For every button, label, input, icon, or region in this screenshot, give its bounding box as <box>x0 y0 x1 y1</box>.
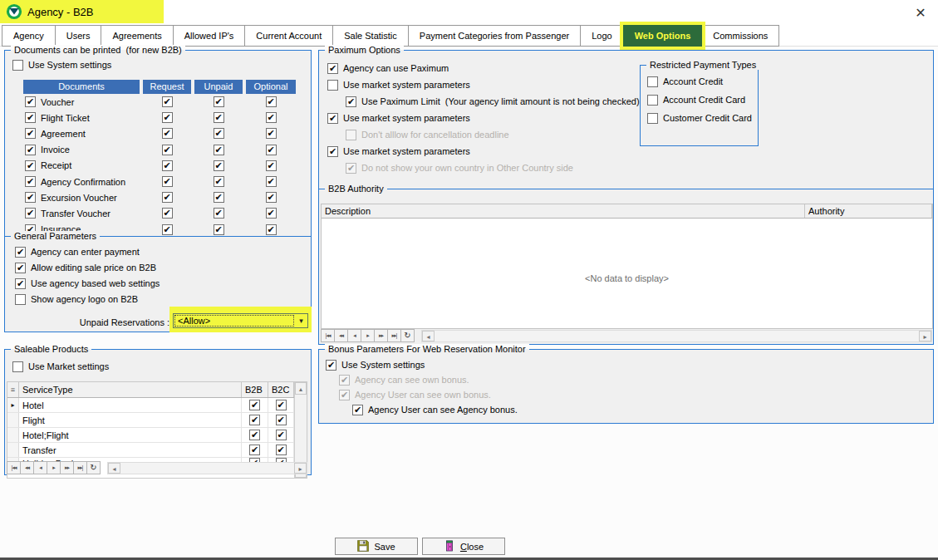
checkbox-agency-user-can-see-agency-bonus[interactable]: Agency User can see Agency bonus. <box>352 404 518 415</box>
checkbox-use-system-settings[interactable]: Use System settings <box>12 59 111 71</box>
checkbox-allow-editing-sale-price-on-b2b[interactable]: Allow editing sale price on B2B <box>15 262 160 273</box>
tab-web-options[interactable]: Web Options <box>623 25 703 47</box>
nav-prior-page-icon[interactable]: ◂◂ <box>20 461 34 474</box>
checkbox[interactable] <box>346 96 356 107</box>
nav-first-icon[interactable]: |◂◂ <box>7 461 21 474</box>
nav-last-icon[interactable]: ▸▸| <box>387 329 401 342</box>
checkbox[interactable] <box>162 208 173 219</box>
checkbox[interactable] <box>162 192 173 203</box>
checkbox[interactable] <box>249 445 260 455</box>
checkbox[interactable] <box>266 112 277 123</box>
checkbox[interactable] <box>214 192 224 203</box>
checkbox[interactable] <box>15 263 26 273</box>
scroll-right-icon[interactable]: ▸ <box>294 463 307 474</box>
nav-next-page-icon[interactable]: ▸▸ <box>60 461 74 474</box>
checkbox[interactable] <box>249 430 260 440</box>
checkbox[interactable] <box>276 430 287 440</box>
scrollbar-track[interactable] <box>120 463 294 474</box>
tab-users[interactable]: Users <box>55 25 102 47</box>
checkbox[interactable] <box>327 146 338 157</box>
column-header-b2b[interactable]: B2B <box>242 382 268 397</box>
checkbox[interactable] <box>214 208 224 219</box>
checkbox[interactable] <box>276 445 287 455</box>
nav-refresh-icon[interactable]: ↻ <box>86 461 101 474</box>
checkbox[interactable] <box>266 176 277 187</box>
checkbox[interactable] <box>647 113 658 124</box>
checkbox[interactable] <box>214 224 224 235</box>
checkbox[interactable] <box>249 400 260 410</box>
checkbox[interactable] <box>25 96 36 107</box>
checkbox[interactable] <box>25 208 36 219</box>
horizontal-scrollbar[interactable]: ◂ ▸ <box>107 462 307 474</box>
grid-row-flight[interactable]: Flight <box>7 413 307 428</box>
nav-next-icon[interactable]: ▸ <box>361 329 375 342</box>
checkbox[interactable] <box>266 96 277 107</box>
checkbox-agency-can-enter-payment[interactable]: Agency can enter payment <box>15 246 160 258</box>
checkbox[interactable] <box>25 176 36 187</box>
scroll-right-icon[interactable]: ▸ <box>919 331 931 341</box>
grid-row-hotel[interactable]: ▸Hotel <box>7 398 307 413</box>
checkbox[interactable] <box>162 145 173 155</box>
checkbox[interactable] <box>326 360 336 371</box>
checkbox[interactable] <box>214 145 224 155</box>
checkbox[interactable] <box>15 247 26 258</box>
tab-agency[interactable]: Agency <box>2 25 56 47</box>
checkbox-use-market-system-parameters[interactable]: Use market system parameters <box>327 112 640 124</box>
unpaid-reservations-select[interactable]: <Allow> ▾ <box>173 313 308 328</box>
checkbox[interactable] <box>214 112 224 123</box>
checkbox[interactable] <box>162 96 173 107</box>
checkbox[interactable] <box>266 208 277 219</box>
checkbox[interactable] <box>327 113 338 124</box>
tab-commissions[interactable]: Commissions <box>701 25 779 47</box>
tab-allowed-ip-s[interactable]: Allowed IP's <box>173 25 246 47</box>
checkbox[interactable] <box>266 145 277 155</box>
tab-logo[interactable]: Logo <box>580 25 623 47</box>
tab-sale-statistic[interactable]: Sale Statistic <box>332 25 409 47</box>
chevron-down-icon[interactable]: ▾ <box>295 317 307 325</box>
scroll-left-icon[interactable]: ◂ <box>422 331 435 341</box>
nav-last-icon[interactable]: ▸▸| <box>73 461 87 474</box>
checkbox[interactable] <box>162 160 173 171</box>
checkbox[interactable] <box>214 128 224 139</box>
nav-prior-icon[interactable]: ◂ <box>33 461 47 474</box>
checkbox[interactable] <box>266 128 277 139</box>
nav-prior-icon[interactable]: ◂ <box>347 329 361 342</box>
checkbox[interactable] <box>647 95 658 106</box>
checkbox-use-market-settings[interactable]: Use Market settings <box>12 361 109 372</box>
checkbox[interactable] <box>162 176 173 187</box>
tab-agreements[interactable]: Agreements <box>101 25 173 47</box>
column-header-authority[interactable]: Authority <box>805 204 932 218</box>
checkbox[interactable] <box>266 192 277 203</box>
tab-current-account[interactable]: Current Account <box>244 25 333 47</box>
nav-first-icon[interactable]: |◂◂ <box>321 329 335 342</box>
checkbox[interactable] <box>249 415 260 425</box>
grid-row-transfer[interactable]: Transfer <box>7 443 307 458</box>
checkbox[interactable] <box>162 224 173 235</box>
nav-next-icon[interactable]: ▸ <box>47 461 61 474</box>
checkbox[interactable] <box>327 80 338 91</box>
tab-payment-categories-from-passenger[interactable]: Payment Categories from Passenger <box>408 25 581 47</box>
column-header-b2c[interactable]: B2C <box>268 382 294 397</box>
checkbox[interactable] <box>214 160 224 171</box>
checkbox[interactable] <box>276 400 287 410</box>
scroll-up-icon[interactable]: ▴ <box>295 382 307 395</box>
column-header-description[interactable]: Description <box>322 204 805 218</box>
checkbox[interactable] <box>162 112 173 123</box>
checkbox[interactable] <box>214 96 224 107</box>
close-button[interactable]: Close <box>422 538 505 555</box>
checkbox-use-market-system-parameters[interactable]: Use market system parameters <box>327 145 640 157</box>
checkbox-agency-can-use-paximum[interactable]: Agency can use Paximum <box>327 62 640 74</box>
checkbox[interactable] <box>15 294 26 305</box>
scrollbar-track[interactable] <box>435 331 919 341</box>
checkbox[interactable] <box>266 224 277 235</box>
nav-prior-page-icon[interactable]: ◂◂ <box>334 329 348 342</box>
checkbox-use-market-system-parameters[interactable]: Use market system parameters <box>327 79 640 91</box>
checkbox[interactable] <box>276 415 287 425</box>
save-button[interactable]: Save <box>335 538 418 555</box>
checkbox-use-system-settings[interactable]: Use System settings <box>326 359 518 371</box>
checkbox[interactable] <box>25 160 36 171</box>
horizontal-scrollbar[interactable]: ◂ ▸ <box>421 330 932 342</box>
checkbox[interactable] <box>12 361 23 372</box>
nav-refresh-icon[interactable]: ↻ <box>400 329 415 342</box>
checkbox-account-credit-card[interactable]: Account Credit Card <box>647 94 752 106</box>
